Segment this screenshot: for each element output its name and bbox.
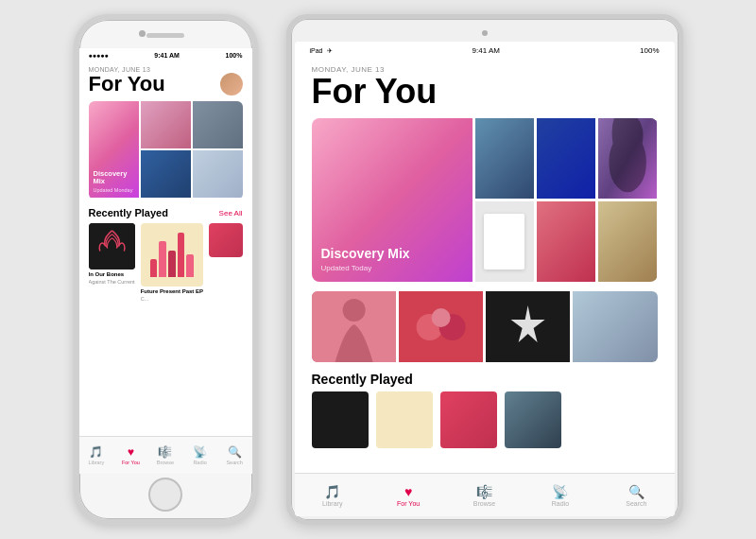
tablet-album-cover-4[interactable] bbox=[505, 391, 561, 448]
discovery-cell-1[interactable] bbox=[141, 101, 191, 148]
phone-tab-for-you-label: For You bbox=[122, 460, 140, 465]
tablet-recently-played-title: Recently Played bbox=[312, 372, 658, 387]
for-you-icon: ♥ bbox=[128, 445, 134, 459]
tablet-tab-library-label: Library bbox=[322, 500, 342, 507]
album-cover-1 bbox=[89, 223, 135, 270]
tablet-status-left: iPad ✈ bbox=[310, 47, 333, 55]
phone-album-row: In Our Bones Against The Current Future bbox=[89, 223, 243, 301]
tablet-discovery-main[interactable]: Discovery Mix Updated Today bbox=[312, 118, 472, 282]
tablet-tab-bar: 🎵 Library ♥ For You 🎼 Browse 📡 Radio 🔍 S… bbox=[295, 473, 675, 516]
tablet-album-cover-2[interactable] bbox=[376, 391, 433, 448]
tablet-tab-radio[interactable]: 📡 Radio bbox=[523, 474, 598, 516]
tablet-album-cover-3[interactable] bbox=[440, 391, 497, 448]
album-title-1: In Our Bones bbox=[89, 271, 135, 277]
tablet-status-bar: iPad ✈ 9:41 AM 100% bbox=[295, 42, 675, 58]
phone-tab-search-label: Search bbox=[226, 460, 242, 465]
album-title-2: Future Present Past EP bbox=[141, 288, 203, 294]
phone-tab-for-you[interactable]: ♥ For You bbox=[113, 437, 148, 474]
tablet-device: iPad ✈ 9:41 AM 100% MONDAY, JUNE 13 For … bbox=[286, 14, 683, 525]
tablet-album-cover-1[interactable] bbox=[312, 391, 369, 448]
phone-tab-search[interactable]: 🔍 Search bbox=[217, 437, 252, 474]
tablet-ipad-label: iPad bbox=[310, 47, 323, 54]
recently-played-header: Recently Played See All bbox=[89, 207, 243, 218]
tablet-discovery-sublabel: Updated Today bbox=[321, 264, 463, 272]
phone-battery: 100% bbox=[226, 52, 243, 59]
tablet-disc-cell-2[interactable] bbox=[537, 118, 595, 199]
phone-tab-library[interactable]: 🎵 Library bbox=[79, 437, 114, 474]
library-icon: 🎵 bbox=[89, 445, 103, 459]
phone-tab-browse-label: Browse bbox=[157, 460, 174, 465]
tablet-content: MONDAY, JUNE 13 For You Discovery Mix Up… bbox=[295, 58, 675, 473]
tablet-album-second-row bbox=[312, 291, 658, 362]
tablet-battery: 100% bbox=[640, 46, 659, 55]
tablet-tab-search-label: Search bbox=[626, 500, 646, 507]
phone-tab-library-label: Library bbox=[88, 460, 104, 465]
tablet-title: For You bbox=[312, 75, 658, 109]
album-item-2[interactable]: Future Present Past EP C... bbox=[141, 223, 203, 301]
discovery-cell-4[interactable] bbox=[193, 150, 243, 198]
tablet-tab-radio-label: Radio bbox=[552, 500, 569, 507]
album-artist-1: Against The Current bbox=[89, 279, 135, 285]
tablet-tab-library[interactable]: 🎵 Library bbox=[295, 474, 370, 516]
discovery-cell-2[interactable] bbox=[193, 101, 243, 148]
phone-tab-browse[interactable]: 🎼 Browse bbox=[148, 437, 183, 474]
tablet-camera bbox=[482, 30, 488, 36]
see-all-button[interactable]: See All bbox=[219, 209, 243, 217]
phone-status-bar: ●●●●● 9:41 AM 100% bbox=[79, 48, 252, 61]
tablet-tab-browse-label: Browse bbox=[473, 500, 495, 507]
phone-tab-radio-label: Radio bbox=[193, 460, 206, 465]
tablet-discovery-grid[interactable]: Discovery Mix Updated Today bbox=[312, 118, 658, 282]
phone-time: 9:41 AM bbox=[154, 52, 180, 59]
tablet-wifi-icon: ✈ bbox=[327, 47, 333, 55]
tablet-tab-search[interactable]: 🔍 Search bbox=[598, 474, 674, 516]
roses-icon bbox=[399, 291, 483, 362]
tablet-tab-for-you-label: For You bbox=[397, 500, 420, 507]
tablet-browse-icon: 🎼 bbox=[476, 484, 492, 499]
radio-icon: 📡 bbox=[193, 445, 207, 459]
discovery-cell-3[interactable] bbox=[141, 150, 191, 198]
galaxy-head-icon bbox=[598, 118, 657, 199]
tablet-for-you-icon: ♥ bbox=[404, 484, 412, 499]
discovery-main-cell[interactable]: Discovery Mix Updated Monday bbox=[89, 101, 139, 198]
tablet-disc-cell-6[interactable] bbox=[598, 201, 657, 282]
bars-icon bbox=[150, 233, 194, 276]
svg-point-3 bbox=[342, 299, 365, 322]
album-cover-3 bbox=[209, 223, 243, 257]
phone-tab-radio[interactable]: 📡 Radio bbox=[182, 437, 217, 474]
svg-point-7 bbox=[431, 308, 450, 327]
tablet-album-row2-1[interactable] bbox=[312, 291, 396, 362]
phone-speaker bbox=[146, 33, 184, 38]
phone-discovery-grid[interactable]: Discovery Mix Updated Monday bbox=[89, 101, 243, 200]
tablet-disc-cell-5[interactable] bbox=[537, 201, 595, 282]
tablet-disc-cell-4[interactable] bbox=[475, 201, 534, 282]
phone-home-button[interactable] bbox=[148, 478, 182, 512]
tablet-search-icon: 🔍 bbox=[628, 484, 644, 499]
discovery-label: Discovery Mix bbox=[94, 170, 134, 186]
album-item-3[interactable] bbox=[209, 223, 243, 301]
album-item-1[interactable]: In Our Bones Against The Current bbox=[89, 223, 135, 301]
tablet-disc-cell-1[interactable] bbox=[475, 118, 534, 199]
tablet-tab-for-you[interactable]: ♥ For You bbox=[370, 474, 446, 516]
phone-content: MONDAY, JUNE 13 For You Discovery Mix Up… bbox=[79, 61, 252, 474]
tablet-discovery-label: Discovery Mix bbox=[321, 246, 463, 261]
tablet-album-row2-3[interactable] bbox=[486, 291, 570, 362]
phone-title-row: For You bbox=[89, 73, 243, 96]
phone-signal: ●●●●● bbox=[89, 52, 109, 59]
album-cover-2 bbox=[141, 223, 203, 286]
tablet-album-row2-2[interactable] bbox=[399, 291, 483, 362]
woman-silhouette-icon bbox=[312, 291, 396, 362]
tablet-tab-browse[interactable]: 🎼 Browse bbox=[446, 474, 522, 516]
search-icon: 🔍 bbox=[228, 445, 242, 459]
tablet-time: 9:41 AM bbox=[472, 46, 500, 55]
phone-avatar bbox=[220, 73, 243, 96]
tablet-album-row2-4[interactable] bbox=[573, 291, 657, 362]
phone-device: ●●●●● 9:41 AM 100% MONDAY, JUNE 13 For Y… bbox=[74, 14, 258, 525]
album-artist-2: C... bbox=[141, 296, 203, 302]
phone-tab-bar: 🎵 Library ♥ For You 🎼 Browse 📡 Radio 🔍 S… bbox=[79, 436, 252, 474]
tablet-screen: iPad ✈ 9:41 AM 100% MONDAY, JUNE 13 For … bbox=[295, 42, 675, 516]
phone-screen: ●●●●● 9:41 AM 100% MONDAY, JUNE 13 For Y… bbox=[79, 48, 252, 474]
svg-rect-0 bbox=[89, 223, 135, 270]
star-icon bbox=[486, 291, 570, 362]
tablet-disc-cell-3[interactable] bbox=[598, 118, 657, 199]
ribs-icon bbox=[89, 223, 135, 270]
